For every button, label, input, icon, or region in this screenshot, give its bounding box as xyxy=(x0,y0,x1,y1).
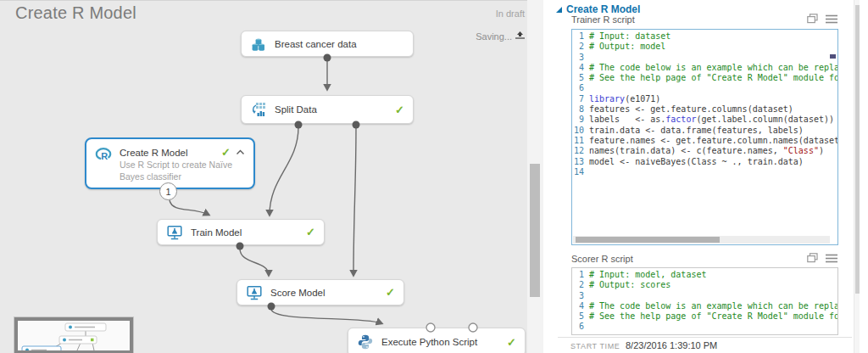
dataset-icon xyxy=(250,36,267,53)
line-number: 6 xyxy=(572,322,589,332)
node-train-model[interactable]: Train Model ✓ xyxy=(157,219,325,245)
line-number: 1 xyxy=(572,31,589,42)
line-number: 13 xyxy=(572,157,589,167)
node-label: Breast cancer data xyxy=(275,39,357,49)
edge-split-to-score xyxy=(353,127,356,275)
minimap-graph xyxy=(18,321,130,350)
canvas-scrollbar-thumb[interactable] xyxy=(530,164,540,297)
completed-check-icon: ✓ xyxy=(395,104,404,116)
editor-scrollbar-thumb[interactable] xyxy=(830,54,836,59)
output-port-badge[interactable]: 1 xyxy=(159,182,177,200)
score-model-icon xyxy=(246,284,263,301)
code-line: 2# Output: model xyxy=(572,42,837,52)
line-number: 3 xyxy=(572,53,589,63)
code-line: 6 xyxy=(572,322,837,332)
train-model-icon xyxy=(166,224,183,241)
line-number: 9 xyxy=(572,115,589,125)
properties-panel: Create R Model Trainer R script 1# Input… xyxy=(543,0,868,353)
line-number: 3 xyxy=(572,291,589,301)
line-number: 7 xyxy=(572,94,589,104)
node-label: Split Data xyxy=(275,104,317,115)
completed-check-icon: ✓ xyxy=(306,226,315,238)
node-breast-cancer-data[interactable]: Breast cancer data xyxy=(241,31,414,57)
code-line: 7library(e1071) xyxy=(572,94,837,104)
saving-label: Saving... xyxy=(476,31,512,42)
trainer-script-editor[interactable]: 1# Input: dataset2# Output: model34# The… xyxy=(571,29,838,245)
node-score-model[interactable]: Score Model ✓ xyxy=(236,279,404,305)
edge-split-to-train xyxy=(270,127,298,215)
completed-check-icon: ✓ xyxy=(221,146,231,159)
line-number: 2 xyxy=(572,42,589,52)
edge-score-to-python xyxy=(271,309,381,323)
editor-hscrollbar-thumb[interactable] xyxy=(576,237,720,243)
line-number: 12 xyxy=(572,146,589,156)
editor-menu-icon[interactable] xyxy=(826,254,837,263)
section-expanded-icon xyxy=(556,7,562,13)
line-number: 6 xyxy=(572,83,589,93)
python-icon xyxy=(357,333,374,350)
code-line: 4# The code below is an example which ca… xyxy=(572,63,837,73)
editor-menu-icon[interactable] xyxy=(826,14,837,24)
panel-divider xyxy=(558,337,852,338)
code-line: 10train.data <- data.frame(features, lab… xyxy=(572,126,837,136)
edge-train-to-score xyxy=(240,249,269,275)
line-number: 11 xyxy=(572,136,589,146)
popout-editor-icon[interactable] xyxy=(807,253,818,263)
line-number: 4 xyxy=(572,301,589,311)
collapse-chevron-icon[interactable] xyxy=(236,149,245,155)
split-data-icon xyxy=(250,101,267,118)
r-logo-icon: R xyxy=(95,146,112,163)
popout-editor-icon[interactable] xyxy=(807,14,818,24)
node-description: Use R Script to create Naïve Bayes class… xyxy=(120,160,248,182)
line-number: 10 xyxy=(572,126,589,136)
code-line: 11feature.names <- get.feature.column.na… xyxy=(572,136,837,146)
scorer-script-editor[interactable]: 1# Input: model, dataset2# Output: score… xyxy=(571,267,838,335)
line-number: 2 xyxy=(572,280,589,290)
scorer-script-label: Scorer R script xyxy=(571,254,633,264)
code-line: 8features <- get.feature.columns(dataset… xyxy=(572,104,837,115)
node-create-r-model[interactable]: R Create R Model ✓ Use R Script to creat… xyxy=(85,137,255,189)
completed-check-icon: ✓ xyxy=(507,336,516,349)
cloud-upload-icon xyxy=(515,31,525,39)
line-number: 4 xyxy=(572,63,589,73)
code-line: 1# Input: model, dataset xyxy=(572,270,837,280)
start-time-value: 8/23/2016 1:39:10 PM xyxy=(626,340,717,350)
line-number: 8 xyxy=(572,104,589,115)
trainer-script-label: Trainer R script xyxy=(571,14,635,25)
panel-title: Create R Model xyxy=(566,3,640,15)
node-label: Score Model xyxy=(270,288,326,298)
experiment-canvas[interactable]: Create R Model In draft Saving... Breast… xyxy=(0,0,527,353)
panel-section-header[interactable]: Create R Model xyxy=(556,3,640,15)
code-line: 1# Input: dataset xyxy=(572,31,837,42)
code-line: 14 xyxy=(572,167,837,177)
start-time-label: START TIME xyxy=(570,342,620,350)
code-line: 4# The code below is an example which ca… xyxy=(572,301,837,311)
page-title: Create R Model xyxy=(15,3,136,23)
line-number: 5 xyxy=(572,311,589,322)
svg-text:R: R xyxy=(101,151,108,161)
code-line: 3 xyxy=(572,53,837,63)
panel-scrollbar-thumb[interactable] xyxy=(855,5,860,294)
node-label: Create R Model xyxy=(120,148,188,158)
panel-scrollbar[interactable] xyxy=(854,0,860,353)
code-line: 5# See the help page of "Create R Model"… xyxy=(572,73,837,83)
code-line: 5# See the help page of "Create R Model"… xyxy=(572,311,837,322)
code-line: 2# Output: scores xyxy=(572,280,837,290)
code-line: 12names(train.data) <- c(feature.names, … xyxy=(572,146,837,156)
line-number: 5 xyxy=(572,73,589,83)
experiment-window: Create R Model In draft Saving... Breast… xyxy=(0,0,868,353)
saving-status: Saving... xyxy=(476,31,525,42)
node-split-data[interactable]: Split Data ✓ xyxy=(241,95,414,124)
node-execute-python-script[interactable]: Execute Python Script ✓ xyxy=(348,328,526,353)
canvas-scrollbar[interactable] xyxy=(527,0,543,353)
line-number: 1 xyxy=(572,270,589,280)
edge-creatermodel-to-train xyxy=(170,200,209,215)
node-label: Train Model xyxy=(191,227,242,238)
line-number: 14 xyxy=(572,167,589,177)
editor-hscrollbar[interactable] xyxy=(573,236,830,244)
code-line: 13model <- naiveBayes(Class ~ ., train.d… xyxy=(572,157,837,167)
completed-check-icon: ✓ xyxy=(386,286,395,299)
minimap[interactable] xyxy=(14,317,133,353)
code-line: 9labels <- as.factor(get.label.column(da… xyxy=(572,115,837,125)
node-label: Execute Python Script xyxy=(381,337,477,347)
